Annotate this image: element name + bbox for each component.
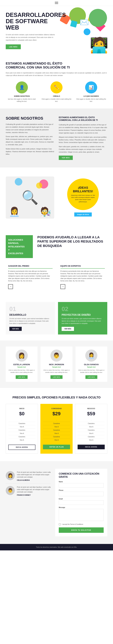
ideas-content: ¡IDEAS BRILLANTES! Maecenas nulla lorem … bbox=[59, 178, 107, 216]
testimonials-col: 👩 Proin sit amet sem sed diam faucibus. … bbox=[6, 469, 51, 536]
hacemos-card-title: LO QUE HACEMOS bbox=[83, 95, 99, 97]
hacemos-card-text: Click again or double click to start edi… bbox=[75, 98, 107, 102]
plan-inicio-name: INICIO bbox=[8, 408, 35, 410]
crealo-card-title: CRÉALO bbox=[53, 95, 60, 97]
message-label: Message bbox=[59, 506, 104, 508]
team-row: 👩 ESTELA LARSON Sample text Click to sel… bbox=[6, 346, 107, 382]
olga-text: Click to select this text box. Click aga… bbox=[78, 369, 105, 374]
plan-comodidad-price: $29 bbox=[43, 411, 70, 416]
plan-negocio-price: $59 bbox=[78, 411, 105, 416]
hero-section: DESARROLLADORES DE SOFTWARE WEB Ut enim … bbox=[0, 6, 113, 54]
team-card-olga: 👩‍💼 OLGA IVANOVA Sample text Click to se… bbox=[75, 346, 107, 382]
dev-num-1: 01 bbox=[9, 306, 51, 312]
dev-section: 01 DESARROLLO Ut enim ad minim veniam, q… bbox=[0, 296, 113, 340]
terms-label: I accept the Terms & Conditions bbox=[62, 524, 83, 525]
hero-description: Ut enim ad minim veniam, quis nostrud ex… bbox=[6, 34, 57, 42]
sobre-section: SOBRE NOSOTROS Cultivating life growth o… bbox=[0, 108, 113, 168]
plan-inicio-price: $0 bbox=[8, 411, 35, 416]
plan-comodidad-features: · Caractera Vive A Caractera Vive A Cara… bbox=[43, 418, 70, 442]
plan-inicio-btn[interactable]: INICIA AHORA bbox=[8, 445, 35, 450]
dev-btn-1[interactable]: VER MÁS bbox=[9, 327, 22, 331]
podemos-header: SOLUCIONES RÁPIDAS, INTELIGENTES Y EXCEL… bbox=[6, 235, 107, 258]
form-submit-button[interactable]: ENVÍA TU SOLICITUD bbox=[59, 528, 104, 533]
form-title: COMIENCE CON UNA COTIZACIÓN GRATIS bbox=[59, 472, 104, 479]
celia-content: Proin sit amet sem sed diam faucibus. Lo… bbox=[17, 471, 51, 481]
celia-text: Proin sit amet sem sed diam faucibus. Lo… bbox=[17, 471, 51, 478]
team-card-nick: 👨 NICK JHONSON Sample text Click to sele… bbox=[41, 346, 72, 382]
email-input[interactable] bbox=[59, 500, 104, 505]
form-email-group: Email bbox=[59, 498, 104, 505]
estela-text: Click to select this text box. Click aga… bbox=[8, 369, 35, 374]
ideas-btn[interactable]: imagen de héroe bbox=[74, 212, 92, 216]
menu-icon[interactable] bbox=[55, 2, 58, 4]
footer: Todos los derechos reservados. Sito web … bbox=[0, 544, 113, 550]
aumentando-section: ESTAMOS AUMENTANDO EL ÉXITO COMERCIAL CO… bbox=[0, 54, 113, 108]
name-input[interactable] bbox=[59, 483, 104, 488]
dev-num-2: 02 bbox=[62, 306, 104, 312]
sobre-text-3: Nullam dictum felis eu pede mollis preti… bbox=[6, 148, 54, 156]
dev-title-1: DESARROLLO bbox=[9, 314, 51, 316]
nick-text: Click to select this text box. Click aga… bbox=[43, 369, 70, 374]
dev-text-1: Ut enim ad minim veniam, quis nostrud ex… bbox=[9, 318, 51, 325]
podemos-badge: SOLUCIONES RÁPIDAS, INTELIGENTES Y EXCEL… bbox=[6, 235, 33, 258]
dev-text-2: Ut enim ad minim veniam, quis nostrud ex… bbox=[62, 318, 104, 325]
franco-name: FRANCO KINNEY bbox=[17, 494, 51, 496]
plan-comodidad-name: COMODIDAD bbox=[43, 408, 70, 410]
ideas-circle: ¡IDEAS BRILLANTES! Maecenas nulla lorem … bbox=[67, 178, 99, 210]
sobre-card-text: text box click again or double click to … bbox=[6, 98, 38, 102]
feature-card-hacemos: 📊 LO QUE HACEMOS Click again or double c… bbox=[75, 82, 107, 102]
sobre-card-title: SOBRE NOSOTROS bbox=[14, 95, 30, 97]
form-phone-group: Phone bbox=[59, 490, 104, 496]
expert-card-1: GANADOR DEL PREMIO El estamos aumentando… bbox=[6, 262, 55, 292]
hacemos-icon: 📊 bbox=[85, 82, 97, 94]
plan-negocio-name: NEGOCIO bbox=[78, 408, 105, 410]
franco-avatar: 👨 bbox=[6, 486, 15, 495]
podemos-title-block: PODEMOS AYUDARLO A LLEGAR A LA PARTE SUP… bbox=[37, 235, 107, 248]
terms-checkbox[interactable] bbox=[59, 523, 61, 525]
aumentando-title: ESTAMOS AUMENTANDO EL ÉXITO COMERCIAL CO… bbox=[6, 62, 81, 70]
footer-text: Todos los derechos reservados. Sito web … bbox=[36, 546, 77, 548]
expert-card-1-arrow[interactable]: → bbox=[8, 284, 13, 289]
ideas-text: Maecenas nulla lorem tempus at. Nisi dui… bbox=[71, 194, 95, 203]
pricing-card-negocio: NEGOCIO $59 · Caractera Vive A Caractera… bbox=[75, 404, 107, 454]
olga-avatar: 👩‍💼 bbox=[85, 350, 97, 362]
pricing-row: INICIO $0 · Caractera Vive A Caractera V… bbox=[6, 404, 107, 454]
nick-name: NICK JHONSON bbox=[49, 364, 64, 366]
phone-label: Phone bbox=[59, 490, 104, 491]
plan-inicio-features: · Caractera Vive A Caractera Vive A Cara… bbox=[8, 418, 35, 442]
form-name-group: Name bbox=[59, 481, 104, 488]
estela-btn[interactable]: LEE MÁS bbox=[16, 375, 28, 379]
navigation bbox=[0, 0, 113, 6]
aumentando-description: Duis aute irure dolor in reprehenderit i… bbox=[6, 72, 107, 77]
estela-avatar: 👩 bbox=[16, 350, 28, 362]
expert-card-2-arrow[interactable]: → bbox=[60, 284, 65, 289]
sobre-text-1: Cultivating life growth of cannabis plan… bbox=[6, 123, 54, 134]
name-label: Name bbox=[59, 481, 104, 482]
plan-negocio-btn[interactable]: INICIA AHORA bbox=[78, 445, 105, 449]
email-label: Email bbox=[59, 498, 104, 500]
olga-btn[interactable]: LEE MÁS bbox=[85, 375, 97, 379]
testimonial-2: 👨 Proin sit amet sem sed diam faucibus. … bbox=[6, 484, 51, 498]
feature-card-crealo: ✏️ CRÉALO Click again or double click to… bbox=[40, 82, 73, 102]
expert-card-2-title: EQUIPO DE EXPERTOS bbox=[60, 265, 105, 268]
message-textarea[interactable] bbox=[59, 509, 104, 521]
sobre-icon: 👤 bbox=[16, 82, 28, 94]
dev-card-2: 02 PROYECTOS DE DISEÑO Ut enim ad minim … bbox=[58, 302, 107, 334]
sobre-left: SOBRE NOSOTROS Cultivating life growth o… bbox=[6, 116, 54, 160]
sobre-text-2: Donec quam felis, ultricies nec, pellent… bbox=[6, 135, 54, 146]
phone-input[interactable] bbox=[59, 492, 104, 496]
sobre-right-text-2: Aliquam erat volutpat. Nam dui mi, tinci… bbox=[59, 136, 107, 144]
hero-cta-button[interactable]: LEE MÁS bbox=[6, 44, 21, 49]
envelope-decoration: ✉️ bbox=[80, 18, 89, 27]
expert-card-1-text: El estamos aumentando éxito más allá que… bbox=[8, 270, 53, 282]
olga-role: Sample text bbox=[87, 366, 95, 368]
nick-btn[interactable]: LEE MÁS bbox=[50, 375, 62, 379]
feature-cards-row: 👤 SOBRE NOSOTROS text box click again or… bbox=[6, 82, 107, 102]
dev-btn-2[interactable]: VER MÁS bbox=[62, 327, 74, 331]
sobre-ver-mas-button[interactable]: VER MÁS bbox=[59, 156, 73, 160]
testimonial-1: 👩 Proin sit amet sem sed diam faucibus. … bbox=[6, 469, 51, 484]
contact-form-col: COMIENCE CON UNA COTIZACIÓN GRATIS Name … bbox=[55, 469, 107, 536]
team-section: 👩 ESTELA LARSON Sample text Click to sel… bbox=[0, 340, 113, 388]
pricing-card-inicio: INICIO $0 · Caractera Vive A Caractera V… bbox=[6, 404, 38, 454]
plan-comodidad-btn[interactable]: OBTÉN UN PLAN bbox=[43, 445, 70, 449]
